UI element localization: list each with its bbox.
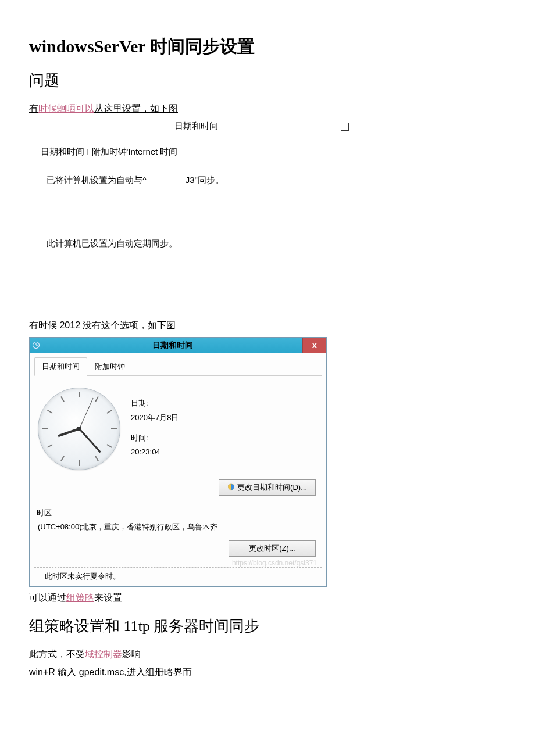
link-domain-controller[interactable]: 域控制器 (85, 649, 122, 659)
date-value: 2020年7月8日 (131, 411, 179, 425)
dst-note: 此时区未实行夏令时。 (34, 567, 322, 584)
paragraph-dc-note: 此方式，不受域控制器影响 (29, 648, 506, 661)
text-gpo-a: 可以通过 (29, 593, 66, 603)
change-datetime-button[interactable]: 更改日期和时间(D)... (219, 479, 316, 496)
clock-second-hand (79, 398, 94, 429)
status1-a: 已将计算机设置为自动与^ (47, 175, 147, 185)
link-group-policy[interactable]: 组策略 (66, 593, 94, 603)
text-dc-a: 此方式，不受 (29, 649, 85, 659)
status1-b: J3"同步。 (186, 175, 224, 185)
dialog1-tabs: 日期和时间 I 附加时钟'Internet 时间 (41, 146, 506, 157)
timezone-value: (UTC+08:00)北京，重庆，香港特别行政区，乌鲁木齐 (34, 519, 322, 538)
watermark: https://blog.csdn.net/gsl371 (34, 559, 322, 567)
dialog2-title: 日期和时间 (42, 338, 302, 353)
text-gpo-b: 来设置 (94, 593, 122, 603)
analog-clock (38, 388, 119, 469)
text-prefix: 有 (29, 103, 38, 113)
link-sometimes[interactable]: 时候蛔晒可以 (38, 103, 94, 113)
dialog1-title: 日期和时间 (174, 121, 218, 132)
paragraph-2012-note: 有时候 2012 没有这个选项，如下图 (29, 319, 506, 332)
text-dc-b: 影响 (122, 649, 141, 659)
paragraph-gpo-note: 可以通过组策略来设置 (29, 592, 506, 604)
shield-icon (227, 483, 235, 491)
time-label: 时间: (131, 431, 179, 446)
change-datetime-label: 更改日期和时间(D)... (237, 483, 307, 492)
app-icon (30, 338, 42, 353)
text-suffix: 从这里设置，如下图 (94, 103, 178, 113)
paragraph-intro: 有时候蛔晒可以从这里设置，如下图 (29, 102, 506, 115)
maximize-icon (341, 123, 349, 131)
time-value: 20:23:04 (131, 445, 179, 460)
clock-minute-hand (79, 428, 101, 453)
section-problem-heading: 问题 (29, 70, 506, 91)
dialog1-sync-status: 已将计算机设置为自动与^ J3"同步。 (47, 175, 506, 186)
change-timezone-button[interactable]: 更改时区(Z)... (229, 540, 316, 557)
page-title: windowsSerVer 时间同步设置 (29, 35, 506, 59)
dialog2-datetime-window: 日期和时间 x 日期和时间 附加时钟 (29, 337, 327, 587)
section-gpo-heading: 组策略设置和 11tp 服务器时间同步 (29, 616, 506, 636)
timezone-section-label: 时区 (34, 504, 322, 519)
titlebar: 日期和时间 x (30, 338, 326, 353)
close-button[interactable]: x (302, 338, 326, 353)
dialog1-datetime-text: 日期和时间 日期和时间 I 附加时钟'Internet 时间 已将计算机设置为自… (29, 121, 506, 249)
datetime-text-block: 日期: 2020年7月8日 时间: 20:23:04 (131, 396, 179, 460)
paragraph-gpedit: win+R 输入 gpedit.msc,进入组册略界而 (29, 666, 506, 679)
dialog1-auto-sync-status: 此计算机已设置为自动定期同步。 (47, 238, 506, 249)
clock-hub (77, 427, 81, 431)
tab-datetime[interactable]: 日期和时间 (34, 357, 87, 376)
tab-additional-clocks[interactable]: 附加时钟 (87, 357, 133, 376)
date-label: 日期: (131, 396, 179, 411)
tab-strip: 日期和时间 附加时钟 (34, 357, 322, 376)
